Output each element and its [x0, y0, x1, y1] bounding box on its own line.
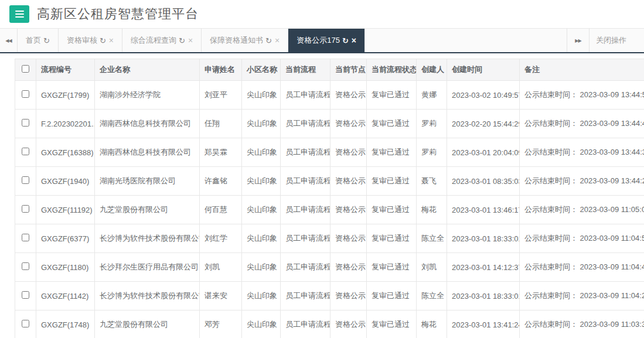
cell-process-id: GXGZF(1748) [36, 310, 95, 338]
cell-status: 复审已通过 [367, 138, 417, 167]
cell-creator: 罗莉 [417, 110, 447, 138]
close-icon[interactable]: × [352, 36, 356, 45]
cell-community: 尖山印象 [242, 138, 281, 167]
row-checkbox[interactable] [22, 262, 29, 270]
table-row[interactable]: GXGZF(1142) 长沙博为软件技术股份有限公司 谌来安 尖山印象 员工申请… [15, 282, 644, 310]
tab-list: 首页 ↻ 资格审核 ↻ × 综合流程查询 ↻ × 保障资格通知书 ↻ × 资格公… [18, 29, 365, 52]
cell-process: 员工申请流程 [281, 138, 330, 167]
cell-applicant: 谌来安 [200, 282, 242, 310]
row-checkbox[interactable] [22, 90, 29, 98]
cell-status: 复审已通过 [367, 253, 417, 282]
cell-process-id: GXGZF(1940) [36, 167, 95, 196]
cell-creator: 刘凯 [417, 253, 447, 282]
cell-status: 复审已通过 [367, 310, 417, 338]
cell-status: 复审已通过 [367, 110, 417, 138]
table-row[interactable]: GXGZF(1748) 九芝堂股份有限公司 邓芳 尖山印象 员工申请流程 资格公… [15, 310, 644, 338]
table-row[interactable]: GXGZF(1799) 湖南涉外经济学院 刘亚平 尖山印象 员工申请流程 资格公… [15, 81, 644, 110]
cell-company: 九芝堂股份有限公司 [95, 310, 200, 338]
cell-status: 复审已通过 [367, 167, 417, 196]
table-row[interactable]: GXGZF(6377) 长沙博为软件技术股份有限公司 刘红学 尖山印象 员工申请… [15, 224, 644, 253]
cell-status: 复审已通过 [367, 224, 417, 253]
cell-process: 员工申请流程 [281, 167, 330, 196]
cell-remark: 公示结束时间： 2023-03-09 11:04:25 [520, 282, 644, 310]
row-checkbox[interactable] [22, 205, 29, 213]
cell-process: 员工申请流程 [281, 253, 330, 282]
cell-community: 尖山印象 [242, 81, 281, 110]
cell-applicant: 许鑫铭 [200, 167, 242, 196]
select-all-checkbox[interactable] [22, 65, 29, 73]
cell-community: 尖山印象 [242, 167, 281, 196]
cell-node: 资格公示 [330, 196, 367, 224]
cell-company: 湖南西林信息科技有限公司 [95, 138, 200, 167]
tab-item[interactable]: 资格审核 ↻ × [59, 29, 122, 52]
cell-remark: 公示结束时间： 2023-03-09 11:05:02 [520, 196, 644, 224]
cell-company: 长沙博为软件技术股份有限公司 [95, 224, 200, 253]
refresh-icon[interactable]: ↻ [342, 36, 349, 45]
cell-community: 尖山印象 [242, 110, 281, 138]
close-operations-dropdown[interactable]: 关闭操作 [589, 29, 644, 52]
row-select-cell [15, 310, 36, 338]
row-select-cell [15, 81, 36, 110]
row-checkbox[interactable] [22, 320, 29, 327]
tab-item[interactable]: 资格公示175 ↻ × [288, 29, 365, 52]
col-process-id: 流程编号 [36, 59, 95, 81]
row-select-cell [15, 138, 36, 167]
cell-company: 长沙博为软件技术股份有限公司 [95, 282, 200, 310]
cell-community: 尖山印象 [242, 310, 281, 338]
refresh-icon[interactable]: ↻ [43, 36, 50, 45]
table-body: GXGZF(1799) 湖南涉外经济学院 刘亚平 尖山印象 员工申请流程 资格公… [15, 81, 644, 338]
table-row[interactable]: GXGZF(16388) 湖南西林信息科技有限公司 郑昊霖 尖山印象 员工申请流… [15, 138, 644, 167]
cell-process: 员工申请流程 [281, 282, 330, 310]
cell-creator: 黄娜 [417, 81, 447, 110]
tab-item[interactable]: 首页 ↻ [18, 29, 59, 52]
table-row[interactable]: F.2.202302201... 湖南西林信息科技有限公司 任翔 尖山印象 员工… [15, 110, 644, 138]
close-icon[interactable]: × [275, 36, 280, 45]
cell-process: 员工申请流程 [281, 81, 330, 110]
cell-remark: 公示结束时间： 2023-03-09 11:04:42 [520, 253, 644, 282]
close-icon[interactable]: × [188, 36, 193, 45]
cell-node: 资格公示 [330, 224, 367, 253]
tab-item[interactable]: 综合流程查询 ↻ × [122, 29, 202, 52]
refresh-icon[interactable]: ↻ [265, 36, 272, 45]
row-checkbox[interactable] [22, 148, 29, 155]
cell-created-at: 2023-03-01 14:12:37 [447, 253, 520, 282]
cell-community: 尖山印象 [242, 224, 281, 253]
cell-node: 资格公示 [330, 110, 367, 138]
cell-applicant: 刘亚平 [200, 81, 242, 110]
cell-process: 员工申请流程 [281, 224, 330, 253]
row-checkbox[interactable] [22, 234, 29, 241]
cell-created-at: 2023-03-01 13:46:17 [447, 196, 520, 224]
row-select-cell [15, 224, 36, 253]
cell-applicant: 何百慧 [200, 196, 242, 224]
cell-status: 复审已通过 [367, 81, 417, 110]
table-row[interactable]: GXGZF(1940) 湖南光琇医院有限公司 许鑫铭 尖山印象 员工申请流程 资… [15, 167, 644, 196]
tabs-scroll-right-icon[interactable]: ▶▶ [567, 29, 589, 52]
cell-created-at: 2023-03-01 13:41:24 [447, 310, 520, 338]
tab-item[interactable]: 保障资格通知书 ↻ × [202, 29, 288, 52]
cell-created-at: 2023-02-20 15:44:29 [447, 110, 520, 138]
row-checkbox[interactable] [22, 176, 29, 184]
row-select-cell [15, 282, 36, 310]
row-select-cell [15, 196, 36, 224]
col-node: 当前节点 [330, 59, 367, 81]
main-content: 流程编号 企业名称 申请姓名 小区名称 当前流程 当前节点 当前流程状态 创建人… [0, 53, 644, 338]
refresh-icon[interactable]: ↻ [179, 36, 185, 45]
cell-node: 资格公示 [330, 167, 367, 196]
hamburger-menu-icon[interactable] [9, 5, 29, 23]
cell-node: 资格公示 [330, 253, 367, 282]
cell-node: 资格公示 [330, 282, 367, 310]
app-header: 高新区公租房智慧管理平台 [0, 0, 644, 28]
cell-applicant: 任翔 [200, 110, 242, 138]
refresh-icon[interactable]: ↻ [100, 36, 106, 45]
row-checkbox[interactable] [22, 119, 29, 127]
col-created-at: 创建时间 [447, 59, 520, 81]
row-checkbox[interactable] [22, 291, 29, 299]
close-icon[interactable]: × [109, 36, 114, 45]
tabbar-spacer [365, 29, 567, 52]
table-row[interactable]: GXGZF(11192) 九芝堂股份有限公司 何百慧 尖山印象 员工申请流程 资… [15, 196, 644, 224]
cell-process-id: GXGZF(16388) [36, 138, 95, 167]
tabs-scroll-left-icon[interactable]: ◀◀ [0, 29, 18, 52]
cell-created-at: 2023-03-02 10:49:57 [447, 81, 520, 110]
table-row[interactable]: GXGZF(1180) 长沙拜尔生医疗用品有限公司 刘凯 尖山印象 员工申请流程… [15, 253, 644, 282]
tab-label: 资格公示175 [297, 35, 340, 46]
